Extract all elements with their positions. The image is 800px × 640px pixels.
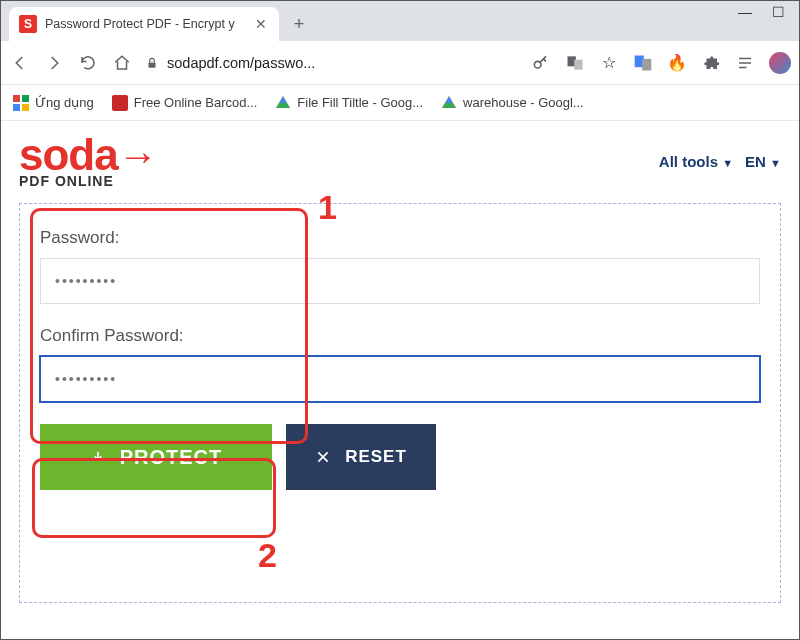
chevron-down-icon: ▼ [722, 157, 733, 169]
reload-button[interactable] [77, 52, 99, 74]
url-text: sodapdf.com/passwo... [167, 55, 315, 71]
apps-icon [13, 95, 29, 111]
drive-icon [441, 95, 457, 111]
bookmark-label: warehouse - Googl... [463, 95, 584, 110]
lock-icon [145, 56, 159, 70]
form-panel: Password: Confirm Password: PROTECT RESE… [19, 203, 781, 603]
svg-marker-10 [442, 103, 456, 108]
svg-marker-7 [276, 103, 290, 108]
tab-title: Password Protect PDF - Encrypt y [45, 17, 245, 31]
download-arrow-icon [90, 449, 106, 465]
extension-fire-icon[interactable]: 🔥 [667, 53, 687, 73]
svg-marker-11 [445, 96, 453, 103]
forward-button[interactable] [43, 52, 65, 74]
reset-button[interactable]: RESET [286, 424, 436, 490]
apps-label: Ứng dụng [35, 95, 94, 110]
translate-icon[interactable] [565, 53, 585, 73]
home-button[interactable] [111, 52, 133, 74]
favicon-icon: S [19, 15, 37, 33]
bookmark-item[interactable]: warehouse - Googl... [441, 95, 584, 111]
apps-shortcut[interactable]: Ứng dụng [13, 95, 94, 111]
site-logo[interactable]: soda→ PDF ONLINE [19, 135, 158, 187]
language-menu[interactable]: EN ▼ [745, 153, 781, 170]
protect-button-label: PROTECT [120, 446, 223, 469]
back-button[interactable] [9, 52, 31, 74]
svg-rect-5 [642, 58, 651, 70]
all-tools-menu[interactable]: All tools ▼ [659, 153, 733, 170]
svg-rect-3 [574, 59, 582, 69]
profile-avatar[interactable] [769, 52, 791, 74]
key-icon[interactable] [531, 53, 551, 73]
confirm-password-input[interactable] [40, 356, 760, 402]
annotation-number-2: 2 [258, 536, 277, 575]
svg-rect-0 [149, 62, 156, 67]
bookmark-item[interactable]: File Fill Tiltle - Goog... [275, 95, 423, 111]
bookmarks-bar: Ứng dụng Free Online Barcod... File Fill… [1, 85, 799, 121]
star-icon[interactable]: ☆ [599, 53, 619, 73]
close-tab-icon[interactable]: ✕ [253, 16, 269, 32]
site-header: soda→ PDF ONLINE All tools ▼ EN ▼ [1, 121, 799, 197]
tab-strip: S Password Protect PDF - Encrypt y ✕ + [1, 1, 799, 41]
address-bar[interactable]: sodapdf.com/passwo... [145, 55, 385, 71]
password-input[interactable] [40, 258, 760, 304]
new-tab-button[interactable]: + [285, 10, 313, 38]
svg-point-1 [534, 61, 541, 68]
browser-toolbar: sodapdf.com/passwo... ☆ 🔥 [1, 41, 799, 85]
bookmark-label: File Fill Tiltle - Goog... [297, 95, 423, 110]
reading-list-icon[interactable] [735, 53, 755, 73]
close-icon [315, 449, 331, 465]
reset-button-label: RESET [345, 447, 407, 467]
logo-text: soda [19, 130, 118, 179]
browser-tab[interactable]: S Password Protect PDF - Encrypt y ✕ [9, 7, 279, 41]
window-maximize[interactable]: ☐ [772, 4, 786, 18]
svg-marker-8 [279, 96, 287, 103]
protect-button[interactable]: PROTECT [40, 424, 272, 490]
extension-translate-icon[interactable] [633, 53, 653, 73]
arrow-icon: → [118, 134, 158, 178]
bookmark-label: Free Online Barcod... [134, 95, 258, 110]
confirm-password-label: Confirm Password: [40, 326, 760, 346]
drive-icon [275, 95, 291, 111]
window-minimize[interactable]: — [738, 4, 752, 18]
password-label: Password: [40, 228, 760, 248]
bookmark-favicon-icon [112, 95, 128, 111]
bookmark-item[interactable]: Free Online Barcod... [112, 95, 258, 111]
chevron-down-icon: ▼ [770, 157, 781, 169]
extensions-puzzle-icon[interactable] [701, 53, 721, 73]
